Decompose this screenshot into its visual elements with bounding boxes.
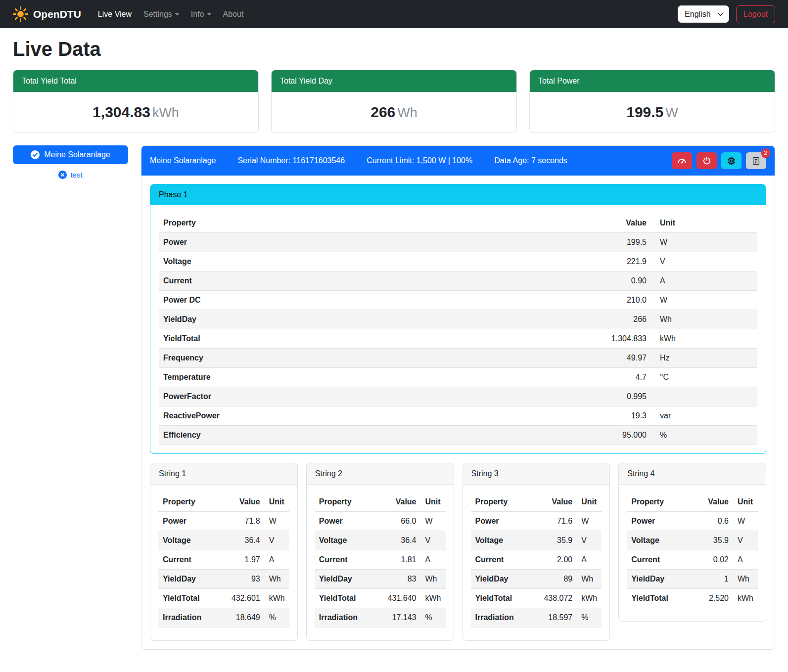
property-cell: YieldDay bbox=[315, 570, 374, 589]
table-header-row: Property Value Unit bbox=[627, 493, 758, 512]
column-property: Property bbox=[315, 493, 374, 512]
nav-settings[interactable]: Settings bbox=[139, 6, 184, 23]
value-cell: 49.97 bbox=[453, 349, 651, 368]
device-info-button[interactable] bbox=[721, 152, 742, 169]
string-table-body: Power 71.6 W Voltage 35.9 V Current 2.00… bbox=[471, 512, 602, 627]
speedometer-icon bbox=[677, 156, 687, 166]
property-cell: YieldTotal bbox=[627, 589, 692, 608]
brand-name: OpenDTU bbox=[33, 8, 81, 20]
value-cell: 35.9 bbox=[530, 531, 577, 550]
property-cell: Current bbox=[471, 550, 530, 570]
unit-cell: kWh bbox=[421, 589, 446, 608]
property-cell: Voltage bbox=[315, 531, 374, 550]
summary-card-body: 199.5W bbox=[530, 92, 775, 133]
unit-cell: V bbox=[651, 252, 757, 271]
limit-settings-button[interactable] bbox=[672, 152, 692, 169]
string-table-body: Power 66.0 W Voltage 36.4 V Current 1.81… bbox=[315, 512, 446, 627]
power-toggle-button[interactable] bbox=[696, 152, 717, 169]
unit-cell: W bbox=[577, 512, 602, 531]
table-row: Voltage 35.9 V bbox=[627, 531, 758, 550]
strings-row: String 1 Property Value Unit Power bbox=[150, 463, 766, 641]
column-unit: Unit bbox=[265, 493, 289, 512]
unit-cell: Wh bbox=[733, 570, 758, 589]
table-row: YieldTotal 432.601 kWh bbox=[158, 589, 289, 608]
value-cell: 18.597 bbox=[530, 608, 577, 627]
unit-cell: % bbox=[651, 426, 757, 445]
unit-cell: kWh bbox=[651, 329, 757, 349]
property-cell: YieldDay bbox=[159, 310, 453, 329]
inverter-select-test[interactable]: test bbox=[13, 171, 128, 179]
property-cell: Frequency bbox=[159, 349, 453, 368]
table-header-row: Property Value Unit bbox=[315, 493, 446, 512]
unit-cell: A bbox=[265, 550, 289, 570]
phase-table: Property Value Unit Power 199.5 W Voltag… bbox=[159, 214, 757, 445]
unit-cell: V bbox=[421, 531, 446, 550]
table-row: YieldDay 266 Wh bbox=[159, 310, 757, 329]
unit-cell: A bbox=[651, 271, 757, 291]
summary-card-body: 266Wh bbox=[272, 92, 516, 133]
column-property: Property bbox=[159, 214, 453, 233]
language-select[interactable]: English bbox=[678, 5, 729, 23]
value-cell: 431.640 bbox=[374, 589, 421, 608]
table-header-row: Property Value Unit bbox=[158, 493, 289, 512]
table-row: YieldTotal 2.520 kWh bbox=[627, 589, 758, 608]
inverter-select-meine-solaranlage[interactable]: Meine Solaranlage bbox=[13, 145, 128, 164]
unit-cell: A bbox=[733, 550, 758, 570]
value-cell: 71.6 bbox=[530, 512, 577, 531]
value-cell: 36.4 bbox=[374, 531, 421, 550]
logout-button[interactable]: Logout bbox=[736, 5, 775, 23]
string-body: Property Value Unit Power 71.8 W Voltage… bbox=[150, 485, 297, 640]
unit-cell: var bbox=[651, 406, 757, 426]
table-row: Power 0.6 W bbox=[627, 512, 758, 531]
property-cell: Voltage bbox=[471, 531, 530, 550]
unit-cell: kWh bbox=[577, 589, 602, 608]
property-cell: Power DC bbox=[159, 291, 453, 310]
value-cell: 1.81 bbox=[374, 550, 421, 570]
property-cell: Current bbox=[158, 550, 218, 570]
brand-logo[interactable]: OpenDTU bbox=[13, 6, 81, 22]
string-table: Property Value Unit Power 66.0 W Voltage… bbox=[315, 493, 446, 627]
event-log-button[interactable]: 2 bbox=[746, 152, 766, 169]
inverter-name: Meine Solaranlage bbox=[150, 156, 216, 165]
value-cell: 210.0 bbox=[453, 291, 651, 310]
cpu-chip-icon bbox=[727, 156, 736, 166]
inverter-sidebar: Meine Solaranlage test bbox=[13, 145, 128, 179]
unit-cell bbox=[651, 387, 757, 406]
column-unit: Unit bbox=[577, 493, 602, 512]
top-navbar: OpenDTU Live View Settings Info About En… bbox=[0, 0, 788, 28]
string-title: String 2 bbox=[307, 463, 454, 485]
value-cell: 89 bbox=[530, 570, 577, 589]
table-row: Current 0.90 A bbox=[159, 271, 757, 291]
string-body: Property Value Unit Power 71.6 W Voltage… bbox=[463, 485, 610, 640]
journal-icon bbox=[752, 157, 760, 165]
nav-live-view[interactable]: Live View bbox=[93, 6, 136, 23]
inverter-actions: 2 bbox=[672, 152, 766, 169]
property-cell: Current bbox=[159, 271, 453, 291]
property-cell: Power bbox=[158, 512, 218, 531]
string-body: Property Value Unit Power 0.6 W Voltage … bbox=[619, 485, 766, 621]
unit-cell: Wh bbox=[265, 570, 289, 589]
unit-cell: A bbox=[577, 550, 602, 570]
unit-cell: V bbox=[577, 531, 602, 550]
string-title: String 3 bbox=[463, 463, 610, 485]
nav-about[interactable]: About bbox=[219, 6, 248, 23]
unit-cell: % bbox=[421, 608, 446, 627]
value-cell: 1 bbox=[692, 570, 733, 589]
unit-cell: W bbox=[651, 291, 757, 310]
inverter-option-label: test bbox=[70, 171, 82, 179]
property-cell: YieldDay bbox=[471, 570, 530, 589]
table-row: PowerFactor 0.995 bbox=[159, 387, 757, 406]
table-row: Efficiency 95.000 % bbox=[159, 426, 757, 445]
phase-table-body: Power 199.5 W Voltage 221.9 V Current 0.… bbox=[159, 233, 757, 445]
table-row: Irradiation 18.649 % bbox=[158, 608, 289, 627]
string-card-3: String 3 Property Value Unit Power bbox=[463, 463, 610, 641]
value-cell: 0.90 bbox=[453, 271, 651, 291]
nav-info[interactable]: Info bbox=[186, 6, 216, 23]
table-row: Voltage 36.4 V bbox=[158, 531, 289, 550]
value-cell: 71.8 bbox=[218, 512, 265, 531]
unit-cell: Hz bbox=[651, 349, 757, 368]
phase-card: Phase 1 Property Value Unit Power 199.5 … bbox=[150, 184, 766, 454]
value-cell: 0.995 bbox=[453, 387, 651, 406]
x-circle-icon bbox=[58, 171, 67, 179]
property-cell: Power bbox=[471, 512, 530, 531]
